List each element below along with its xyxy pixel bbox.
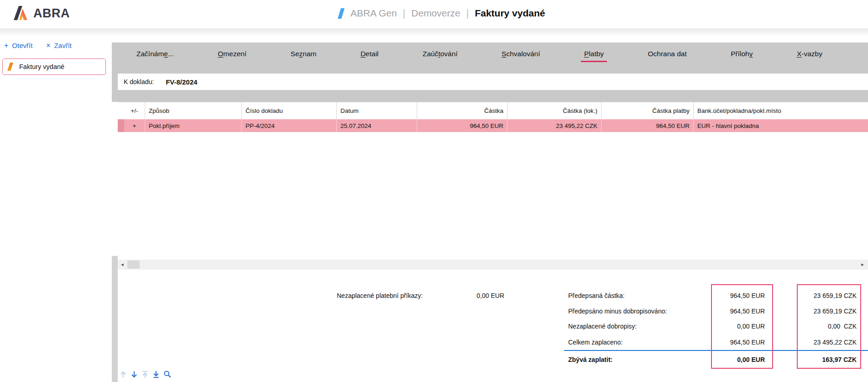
column-header-castka-platby[interactable]: Částka platby (601, 102, 694, 119)
column-header-datum[interactable]: Datum (337, 102, 417, 119)
agenda-slash-icon (7, 63, 13, 71)
tab-seznam[interactable]: Seznam (290, 50, 318, 58)
document-reference-bar: K dokladu: FV-8/2024 (118, 74, 868, 90)
summary-label-zbyva-zaplatit: Zbývá zaplatit: (568, 356, 612, 363)
sidebar: + Otevřít × Zavřít Faktury vydané (0, 36, 112, 382)
title-separator: | (466, 7, 469, 19)
doc-ref-value: FV-8/2024 (166, 78, 197, 86)
row-selection-indicator (118, 119, 124, 132)
open-button-label: Otevřít (12, 42, 32, 49)
summary-label-minus-dobropisovano: Předepsáno minus dobropisováno: (568, 308, 667, 315)
grid-header-row: +/- Způsob Číslo dokladu Datum Částka Čá… (118, 102, 868, 119)
scroll-left-arrow-icon[interactable]: ◄ (118, 260, 127, 270)
abra-logo-text: ABRA (33, 6, 70, 20)
czk-amounts-highlight-box (797, 284, 861, 369)
tab-zauctovani[interactable]: Zaúčtování (422, 50, 459, 58)
column-header-castka-lok[interactable]: Částka (lok.) (507, 102, 601, 119)
cell-cislo-dokladu: PP-4/2024 (242, 119, 337, 132)
plus-icon: + (4, 42, 8, 49)
doc-ref-label: K dokladu: (124, 78, 154, 85)
move-up-icon[interactable] (120, 371, 127, 378)
sidebar-item-label: Faktury vydané (19, 63, 64, 70)
cell-datum: 25.07.2024 (337, 119, 417, 132)
search-icon[interactable] (163, 370, 172, 378)
tab-bar: Začínáme... Omezení Seznam Detail Zaúčto… (112, 42, 868, 65)
column-header-expander[interactable]: +/- (124, 102, 145, 119)
abra-gen-window: ABRA ABRA Gen | Demoverze | Faktury vyda… (0, 0, 868, 382)
grid-left-gutter (112, 256, 118, 382)
close-icon: × (46, 42, 50, 49)
abra-logo-icon (14, 6, 30, 20)
tab-platby[interactable]: Platby (583, 50, 605, 58)
grid-header-indicator (118, 102, 124, 119)
column-header-cislo-dokladu[interactable]: Číslo dokladu (242, 102, 337, 119)
cell-castka: 964,50 EUR (417, 119, 507, 132)
tab-detail[interactable]: Detail (360, 50, 380, 58)
scrollbar-thumb[interactable] (127, 260, 140, 269)
abra-logo: ABRA (14, 6, 70, 20)
column-header-zpusob[interactable]: Způsob (145, 102, 242, 119)
summary-label-nezaplacene-dobropisy: Nezaplacené dobropisy: (568, 323, 637, 330)
unpaid-orders-value: 0,00 EUR (434, 292, 504, 299)
sidebar-item-faktury-vydane[interactable]: Faktury vydané (2, 58, 106, 75)
app-header: ABRA ABRA Gen | Demoverze | Faktury vyda… (0, 0, 868, 28)
tab-ochrana-dat[interactable]: Ochrana dat (647, 50, 687, 58)
summary-label-celkem-zaplaceno: Celkem zaplaceno: (568, 339, 622, 346)
title-separator: | (403, 7, 406, 19)
page-title: Faktury vydané (475, 8, 545, 19)
move-to-bottom-icon[interactable] (152, 371, 160, 378)
close-button[interactable]: × Zavřít (46, 42, 72, 49)
scroll-right-arrow-icon[interactable]: ► (858, 260, 867, 270)
unpaid-orders-label: Nezaplacené platební příkazy: (337, 292, 423, 299)
horizontal-scrollbar[interactable]: ◄ ► (118, 260, 868, 270)
cell-zpusob: Pokl.příjem (145, 119, 242, 132)
edition-name: Demoverze (411, 8, 460, 19)
cell-castka-platby: 964,50 EUR (601, 119, 694, 132)
summary-label-predepsana: Předepsaná částka: (568, 292, 625, 299)
tab-omezeni[interactable]: Omezení (217, 50, 247, 58)
move-to-top-icon[interactable] (141, 371, 149, 378)
row-expander[interactable]: + (124, 119, 145, 132)
tab-x-vazby[interactable]: X-vazby (796, 50, 823, 58)
app-name: ABRA Gen (350, 8, 397, 19)
window-title: ABRA Gen | Demoverze | Faktury vydané (338, 7, 545, 19)
tab-prilohy[interactable]: Přílohy (730, 50, 753, 58)
column-header-bank-ucet[interactable]: Bank.účet/pokladna/pokl.místo (694, 102, 868, 119)
cell-castka-lok: 23 495,22 CZK (507, 119, 601, 132)
title-slash-icon (338, 8, 345, 19)
tab-schvalovani[interactable]: Schvalování (501, 50, 541, 58)
eur-amounts-highlight-box (711, 284, 773, 369)
tab-zaciname[interactable]: Začínáme... (136, 50, 175, 58)
close-button-label: Zavřít (54, 42, 72, 49)
column-header-castka[interactable]: Částka (417, 102, 507, 119)
record-navigation-toolbar (120, 370, 172, 378)
header-divider (0, 28, 868, 36)
sidebar-actions: + Otevřít × Zavřít (4, 42, 72, 49)
open-button[interactable]: + Otevřít (4, 42, 32, 49)
move-down-icon[interactable] (131, 371, 138, 378)
cell-bank-ucet: EUR - hlavní pokladna (694, 119, 868, 132)
payments-grid: +/- Způsob Číslo dokladu Datum Částka Čá… (118, 102, 868, 132)
payment-table-row[interactable]: + Pokl.příjem PP-4/2024 25.07.2024 964,5… (118, 119, 868, 132)
